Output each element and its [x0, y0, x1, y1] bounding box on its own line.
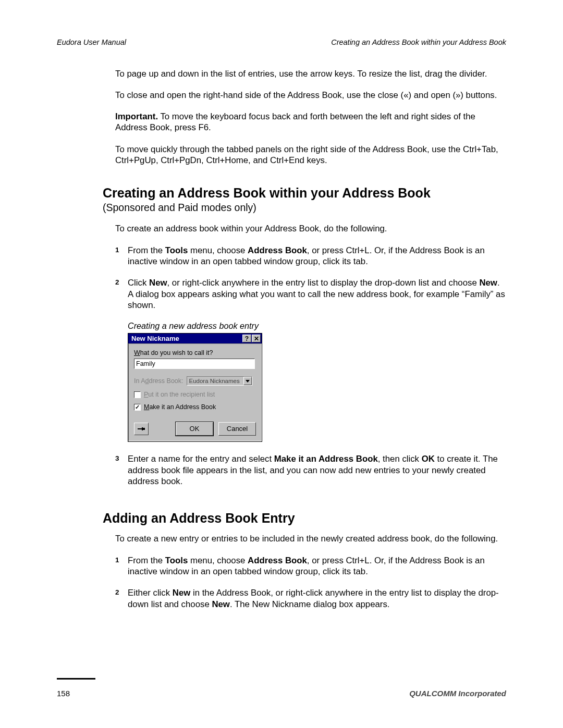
- section1-step-3: 3 Enter a name for the entry and select …: [115, 453, 506, 487]
- section1-step-1: 1 From the Tools menu, choose Address Bo…: [115, 245, 506, 267]
- manual-page: Eudora User Manual Creating an Address B…: [0, 0, 563, 728]
- address-book-dropdown[interactable]: Eudora Nicknames: [187, 376, 252, 386]
- step-text: Enter a name for the entry and select Ma…: [128, 453, 506, 487]
- nickname-input[interactable]: Family: [134, 359, 255, 369]
- running-head-left: Eudora User Manual: [57, 39, 126, 46]
- body-column: To page up and down in the list of entri…: [115, 68, 506, 610]
- section1-intro: To create an address book within your Ad…: [115, 223, 506, 234]
- intro-para-3-rest: To move the keyboard focus back and fort…: [115, 112, 475, 132]
- step-number: 1: [115, 246, 119, 254]
- make-addressbook-row: ✓ Make it an Address Book: [134, 403, 256, 411]
- recipient-row: Put it on the recipient list: [134, 391, 256, 398]
- section2-heading: Adding an Address Book Entry: [103, 511, 506, 526]
- cancel-button[interactable]: Cancel: [218, 422, 256, 436]
- step-number: 3: [115, 454, 119, 462]
- ok-button[interactable]: OK: [176, 422, 213, 436]
- dialog-caption: Creating a new address book entry: [128, 321, 506, 331]
- page-footer: 158 QUALCOMM Incorporated: [57, 678, 506, 698]
- step-text: Either click New in the Address Book, or…: [128, 587, 506, 610]
- make-addressbook-label: Make it an Address Book: [144, 403, 216, 411]
- section1-steps: 1 From the Tools menu, choose Address Bo…: [115, 245, 506, 311]
- dropdown-value: Eudora Nicknames: [187, 378, 243, 384]
- dialog-button-row: OK Cancel: [134, 422, 256, 436]
- section2-step-1: 1 From the Tools menu, choose Address Bo…: [115, 555, 506, 577]
- intro-para-1: To page up and down in the list of entri…: [115, 68, 506, 79]
- section1-steps-cont: 3 Enter a name for the entry and select …: [115, 453, 506, 487]
- section1-step-2: 2 Click New, or right-click anywhere in …: [115, 277, 506, 311]
- step-number: 1: [115, 556, 119, 564]
- in-address-book-label: In Address Book:: [134, 377, 183, 385]
- dropdown-button[interactable]: [243, 377, 252, 385]
- footer-row: 158 QUALCOMM Incorporated: [57, 689, 506, 698]
- running-heads: Eudora User Manual Creating an Address B…: [57, 39, 506, 46]
- footer-org: QUALCOMM Incorporated: [409, 689, 506, 698]
- important-label: Important.: [115, 112, 158, 121]
- step-text: From the Tools menu, choose Address Book…: [128, 555, 506, 577]
- step-number: 2: [115, 588, 119, 596]
- section1-subtitle: (Sponsored and Paid modes only): [103, 202, 506, 214]
- intro-para-4: To move quickly through the tabbed panel…: [115, 144, 506, 166]
- make-addressbook-checkbox[interactable]: ✓: [134, 404, 141, 411]
- in-address-book-row: In Address Book: Eudora Nicknames: [134, 376, 256, 386]
- dialog-titlebar[interactable]: New Nickname ? ✕: [128, 334, 262, 343]
- intro-para-3: Important. To move the keyboard focus ba…: [115, 111, 506, 133]
- recipient-label: Put it on the recipient list: [144, 391, 215, 398]
- dialog-screenshot: New Nickname ? ✕ What do you wish to cal…: [128, 333, 506, 442]
- pushpin-icon: [137, 425, 145, 433]
- step-text: From the Tools menu, choose Address Book…: [128, 245, 506, 267]
- svg-rect-0: [138, 428, 142, 429]
- step-text: Click New, or right-click anywhere in th…: [128, 277, 506, 311]
- section2-intro: To create a new entry or entries to be i…: [115, 533, 506, 544]
- footer-rule: [57, 678, 95, 680]
- dialog-body: What do you wish to call it? Family In A…: [128, 343, 262, 441]
- new-nickname-dialog: New Nickname ? ✕ What do you wish to cal…: [128, 333, 262, 442]
- close-icon: ✕: [254, 335, 259, 342]
- help-button[interactable]: ?: [242, 335, 251, 342]
- step-number: 2: [115, 278, 119, 286]
- call-it-label: What do you wish to call it?: [134, 349, 256, 356]
- page-number: 158: [57, 689, 70, 698]
- pushpin-button[interactable]: [134, 423, 149, 435]
- recipient-checkbox[interactable]: [134, 391, 141, 398]
- svg-rect-2: [143, 428, 145, 430]
- running-head-right: Creating an Address Book within your Add…: [331, 39, 506, 46]
- section2-steps: 1 From the Tools menu, choose Address Bo…: [115, 555, 506, 610]
- chevron-down-icon: [246, 380, 250, 382]
- dialog-title: New Nickname: [131, 335, 179, 342]
- close-button[interactable]: ✕: [252, 335, 261, 342]
- intro-para-2: To close and open the right-hand side of…: [115, 90, 506, 101]
- section1-heading: Creating an Address Book within your Add…: [103, 186, 506, 201]
- section2-step-2: 2 Either click New in the Address Book, …: [115, 587, 506, 610]
- svg-rect-1: [142, 427, 143, 430]
